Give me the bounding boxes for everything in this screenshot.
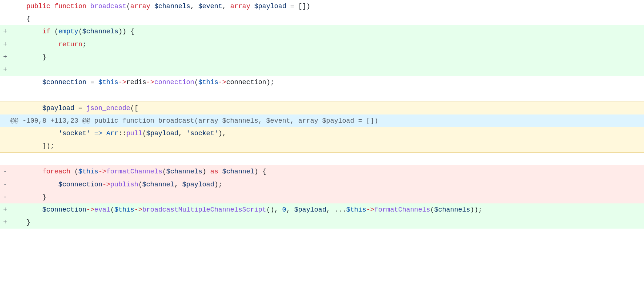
diff-line-deletion: - } [0,191,644,203]
token: ( [78,28,83,35]
token: ) { [254,168,266,175]
indent [10,79,42,86]
diff-marker [0,153,10,166]
token: $channels [434,206,470,213]
token: $event [198,3,222,10]
token: ( [194,79,198,86]
diff-marker [0,13,10,25]
token: ); [214,181,222,188]
token [250,3,254,10]
diff-line-expand: 'socket' => Arr::pull($payload, 'socket'… [0,127,644,140]
diff-marker: - [0,178,10,191]
diff-marker [0,140,10,153]
indent [10,206,42,213]
token: ([ [130,104,138,112]
indent [10,193,42,201]
token: ]); [42,142,54,150]
token: => [94,130,103,137]
token: ( [138,181,142,188]
token [50,3,54,10]
diff-line-deletion: - foreach ($this->formatChannels($channe… [0,165,644,178]
diff-line-hunk: @@ -109,8 +113,23 @@ public function bro… [0,114,644,127]
token: $payload [254,3,286,10]
indent [10,41,58,48]
token [102,130,106,137]
diff-line-context: { [0,13,644,25]
diff-code [10,153,644,166]
diff-code: @@ -109,8 +113,23 @@ public function bro… [10,114,644,127]
diff-marker [0,0,10,13]
diff-marker: - [0,165,10,178]
diff-code: } [10,216,644,229]
token: ( [162,168,167,175]
token: $this [98,79,118,86]
token: connection [226,79,266,86]
token: as [210,168,218,175]
token: -> [118,79,127,86]
token: -> [134,206,142,213]
diff-code: $connection = $this->redis->connection($… [10,76,644,89]
diff-marker: + [0,25,10,38]
diff-marker: + [0,51,10,63]
diff-code: if (empty($channels)) { [10,25,644,38]
token: empty [58,28,78,35]
diff-code: } [10,191,644,203]
diff-code [10,63,644,76]
token: $connection [58,181,103,188]
token: return [58,41,83,48]
diff-line-addition: + } [0,216,644,229]
token: , [190,3,198,10]
token: , [222,3,231,10]
token: -> [102,181,110,188]
token: = [74,104,86,112]
token [90,130,94,137]
token: connection [154,79,194,86]
diff-line-context: public function broadcast(array $channel… [0,0,644,13]
token: ( [142,130,147,137]
token: , [286,206,294,213]
diff-line-expand-top: $payload = json_encode([ [0,102,644,114]
diff-marker: + [0,38,10,51]
token: } [42,193,46,201]
token: function [54,3,86,10]
token: broadcastMultipleChannelsScript [142,206,266,213]
token: = [86,79,98,86]
indent [10,28,42,35]
diff-line-context: $connection = $this->redis->connection($… [0,76,644,89]
diff-code: return; [10,38,644,51]
diff-marker [0,114,10,127]
token: $this [114,206,134,213]
diff-marker: - [0,191,10,203]
token: $payload [294,206,326,213]
token: $channel [142,181,174,188]
token: -> [86,206,94,213]
token: ; [82,41,86,48]
token: $connection [42,206,86,213]
token: $channels [166,168,202,175]
diff-line-addition: + return; [0,38,644,51]
token: 0 [282,206,286,213]
diff-line-addition: + $connection->eval($this->broadcastMult… [0,203,644,216]
token: $channels [154,3,190,10]
diff-marker [0,102,10,114]
token: ( [50,28,58,35]
hunk-header: @@ -109,8 +113,23 @@ public function bro… [10,117,378,124]
diff-code: { [10,13,644,25]
diff-code: } [10,51,644,63]
token: , [174,181,182,188]
diff-marker: + [0,203,10,216]
token: ) [306,3,310,10]
token [218,168,222,175]
indent [10,181,58,188]
diff-line-expand-bottom: ]); [0,140,644,153]
diff-line-addition: + [0,63,644,76]
token: )); [470,206,482,213]
token: ( [430,206,434,213]
token: $this [78,168,98,175]
diff-line-blank [0,89,644,102]
token: = [] [286,3,306,10]
token: ); [266,79,274,86]
diff-code [10,89,644,102]
token: -> [366,206,374,213]
token: -> [146,79,154,86]
